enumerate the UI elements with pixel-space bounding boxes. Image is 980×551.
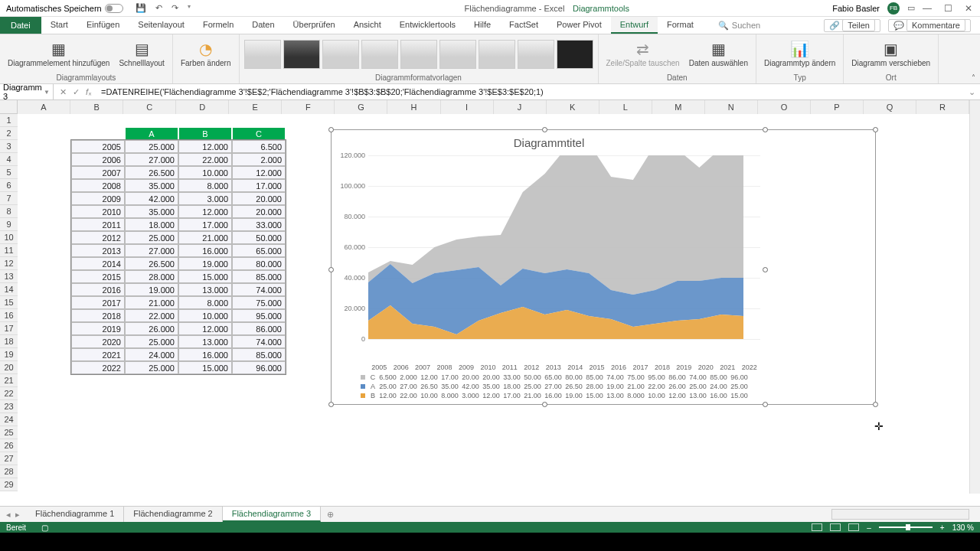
close-icon[interactable]: ✕ [965, 3, 972, 14]
chart-plot-area[interactable]: Diagrammtitel 020.00040.00060.00080.0001… [338, 133, 760, 401]
col-header-Q[interactable]: Q [864, 100, 916, 114]
cell[interactable]: 12.000 [178, 140, 232, 153]
cell[interactable]: 2016 [71, 283, 125, 296]
cell[interactable]: 13.000 [178, 283, 232, 296]
minimize-icon[interactable]: — [923, 3, 932, 14]
cell[interactable]: 26.000 [125, 322, 178, 335]
move-chart-button[interactable]: ▣Diagramm verschieben [848, 39, 933, 69]
change-chart-type-button[interactable]: 📊Diagrammtyp ändern [761, 39, 838, 69]
quick-layout-button[interactable]: ▤Schnelllayout [116, 39, 167, 69]
cell[interactable]: 2019 [71, 322, 125, 335]
cell[interactable]: 50.000 [232, 231, 286, 244]
cell[interactable]: 27.000 [125, 244, 178, 257]
cell[interactable]: 16.000 [178, 244, 232, 257]
change-colors-button[interactable]: ◔Farben ändern [178, 39, 234, 69]
col-header-E[interactable]: E [229, 100, 282, 114]
cell[interactable]: 17.000 [232, 179, 286, 192]
ribbon-tab-entwicklertools[interactable]: Entwicklertools [390, 17, 465, 32]
cell[interactable]: 10.000 [178, 166, 232, 179]
cell[interactable]: 86.000 [232, 322, 286, 335]
chart-inner-handle-n[interactable] [763, 127, 768, 132]
sheet-tab[interactable]: Flächendiagramme 1 [26, 507, 124, 522]
cell[interactable]: 25.000 [125, 231, 178, 244]
row-header-22[interactable]: 22 [0, 387, 18, 400]
row-header-29[interactable]: 29 [0, 478, 18, 491]
row-header-10[interactable]: 10 [0, 231, 18, 244]
chart-x-axis[interactable]: 2005200620072008200920102011201220132014… [368, 362, 760, 371]
row-header-2[interactable]: 2 [0, 127, 18, 140]
cell[interactable]: 6.500 [232, 140, 286, 153]
chart-object[interactable]: Diagrammtitel 020.00040.00060.00080.0001… [331, 129, 876, 405]
cell[interactable]: 85.000 [232, 348, 286, 361]
cell[interactable]: 2009 [71, 192, 125, 205]
col-header-K[interactable]: K [547, 100, 599, 114]
col-header-H[interactable]: H [387, 100, 440, 114]
cell[interactable]: 2013 [71, 244, 125, 257]
col-header-N[interactable]: N [705, 100, 758, 114]
formula-input[interactable]: =DATENREIHE('Flächendiagramme 3'!$E$2;'F… [98, 87, 964, 96]
autosave-toggle[interactable]: Automatisches Speichern [0, 4, 129, 13]
cell[interactable]: 25.000 [125, 361, 178, 374]
col-header-B[interactable]: B [70, 100, 123, 114]
col-header-M[interactable]: M [652, 100, 705, 114]
chart-style-5[interactable] [400, 40, 437, 69]
cell[interactable]: 15.000 [178, 361, 232, 374]
expand-formula-icon[interactable]: ⌄ [964, 87, 980, 97]
row-headers[interactable]: 1234567891011121314151617181920212223242… [0, 114, 18, 491]
col-header-J[interactable]: J [494, 100, 547, 114]
cell[interactable]: 10.000 [178, 309, 232, 322]
col-header-A[interactable]: A [18, 100, 70, 114]
cell[interactable]: 74.000 [232, 283, 286, 296]
column-headers[interactable]: ABCDEFGHIJKLMNOPQR [18, 100, 969, 114]
cell[interactable]: 2012 [71, 231, 125, 244]
cell[interactable]: 2005 [71, 140, 125, 153]
chart-inner-handle-e[interactable] [763, 267, 768, 272]
redo-icon[interactable]: ↷ [172, 3, 178, 13]
ribbon-tab-hilfe[interactable]: Hilfe [465, 17, 500, 32]
col-header-D[interactable]: D [176, 100, 229, 114]
maximize-icon[interactable]: ☐ [944, 3, 952, 14]
row-header-25[interactable]: 25 [0, 426, 18, 439]
cell[interactable]: B [178, 127, 232, 140]
sheet-tab[interactable]: Flächendiagramme 2 [124, 507, 222, 522]
cell[interactable]: 3.000 [178, 192, 232, 205]
ribbon-tab-power pivot[interactable]: Power Pivot [547, 17, 611, 32]
cell[interactable]: 85.000 [232, 270, 286, 283]
cell[interactable]: 19.000 [125, 283, 178, 296]
cell[interactable]: 13.000 [178, 335, 232, 348]
cell[interactable]: 2010 [71, 205, 125, 218]
cell[interactable]: 2011 [71, 218, 125, 231]
user-name[interactable]: Fabio Basler [832, 4, 880, 13]
row-header-19[interactable]: 19 [0, 348, 18, 361]
cell[interactable]: 35.000 [125, 179, 178, 192]
col-header-O[interactable]: O [758, 100, 811, 114]
ribbon-tab-ansicht[interactable]: Ansicht [345, 17, 390, 32]
chart-style-8[interactable] [518, 40, 554, 69]
accept-formula-icon[interactable]: ✓ [73, 87, 80, 97]
fx-icon[interactable]: fₓ [86, 87, 92, 97]
cell[interactable]: 21.000 [178, 231, 232, 244]
row-header-27[interactable]: 27 [0, 452, 18, 465]
cell[interactable]: 22.000 [178, 153, 232, 166]
cell[interactable]: C [232, 127, 286, 140]
cell[interactable]: 35.000 [125, 205, 178, 218]
cell[interactable]: 96.000 [232, 361, 286, 374]
qat-customize-icon[interactable]: ▾ [188, 3, 191, 13]
row-header-20[interactable]: 20 [0, 361, 18, 374]
cell[interactable]: 2015 [71, 270, 125, 283]
cell[interactable]: 16.000 [178, 348, 232, 361]
cell[interactable]: 65.000 [232, 244, 286, 257]
col-header-P[interactable]: P [811, 100, 864, 114]
cell[interactable]: 18.000 [125, 218, 178, 231]
chart-style-1[interactable] [244, 40, 281, 69]
cell[interactable]: 2014 [71, 257, 125, 270]
row-header-18[interactable]: 18 [0, 335, 18, 348]
col-header-R[interactable]: R [916, 100, 969, 114]
worksheet-grid[interactable]: ABCDEFGHIJKLMNOPQR 123456789101112131415… [0, 100, 980, 494]
undo-icon[interactable]: ↶ [155, 3, 162, 13]
row-header-4[interactable]: 4 [0, 153, 18, 166]
chart-handle-w[interactable] [328, 267, 334, 272]
row-header-6[interactable]: 6 [0, 179, 18, 192]
cancel-formula-icon[interactable]: ✕ [60, 87, 67, 97]
chart-style-7[interactable] [479, 40, 515, 69]
